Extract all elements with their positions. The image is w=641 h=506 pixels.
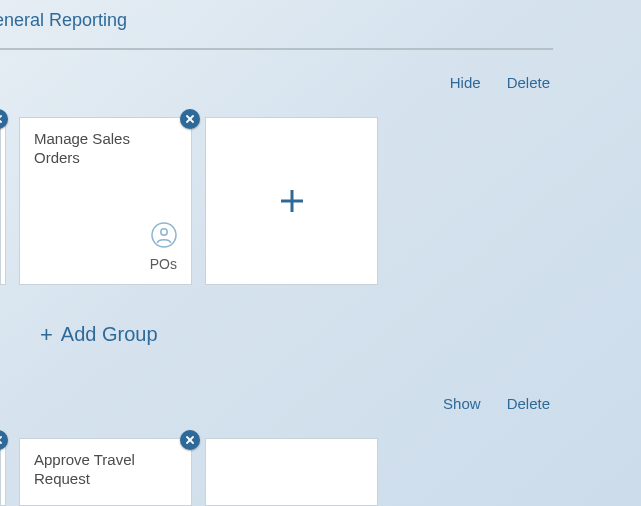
tile-subtitle: POs: [150, 256, 177, 272]
tile-manage-sales-orders[interactable]: Manage Sales Orders POs: [19, 117, 192, 285]
tile-approve-travel-request[interactable]: Approve Travel Request: [19, 438, 192, 506]
delete-button[interactable]: Delete: [507, 74, 550, 91]
tile-partial-left[interactable]: [0, 438, 6, 506]
svg-point-5: [161, 229, 167, 235]
remove-tile-button[interactable]: [0, 430, 8, 450]
add-group-label: Add Group: [61, 323, 158, 346]
remove-tile-button[interactable]: [180, 430, 200, 450]
remove-tile-button[interactable]: [0, 109, 8, 129]
close-icon: [185, 435, 195, 445]
person-icon: [151, 222, 177, 248]
add-group-button[interactable]: + Add Group: [40, 323, 158, 346]
group1-tiles: Manage Sales Orders POs: [0, 117, 378, 285]
group2-tiles: Approve Travel Request: [0, 438, 378, 506]
tile-title: Manage Sales Orders: [34, 130, 177, 168]
group-general-reporting: General Reporting: [0, 10, 631, 31]
remove-tile-button[interactable]: [180, 109, 200, 129]
plus-icon: +: [40, 324, 53, 346]
group1-actions: Hide Delete: [450, 74, 550, 91]
show-button[interactable]: Show: [443, 395, 481, 412]
group-divider: [0, 48, 553, 50]
tile-partial-left[interactable]: [0, 117, 6, 285]
close-icon: [0, 435, 3, 445]
close-icon: [185, 114, 195, 124]
group2-actions: Show Delete: [443, 395, 550, 412]
tile-empty[interactable]: [205, 438, 378, 506]
close-icon: [0, 114, 3, 124]
plus-icon: [278, 187, 306, 215]
group-title: General Reporting: [0, 10, 631, 31]
tile-title: Approve Travel Request: [34, 451, 177, 489]
hide-button[interactable]: Hide: [450, 74, 481, 91]
add-tile-button[interactable]: [205, 117, 378, 285]
delete-button[interactable]: Delete: [507, 395, 550, 412]
